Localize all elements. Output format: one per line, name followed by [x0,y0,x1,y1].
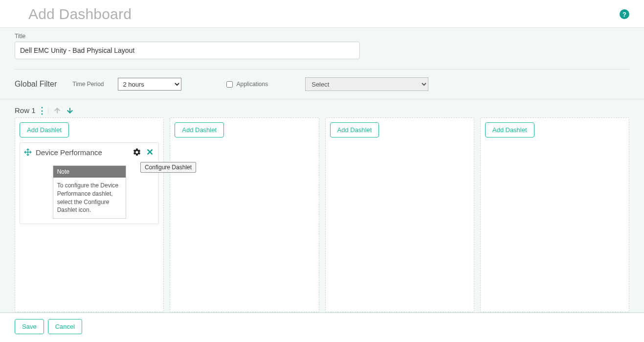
applications-group: Applications [226,81,268,88]
global-filter-label: Global Filter [15,80,57,89]
dashlet-cell-4: Add Dashlet [480,117,629,312]
gear-icon[interactable] [133,148,141,157]
note-heading: Note [53,166,126,178]
dashlet-title: Device Performance [36,148,129,157]
row-menu-icon[interactable]: ⋮ [41,107,48,114]
add-dashlet-button[interactable]: Add Dashlet [20,122,69,137]
time-period-group: Time Period 2 hours [72,78,181,91]
title-input[interactable] [15,42,360,59]
row-label: Row 1 [15,106,36,114]
note-body: To configure the Device Performance dash… [53,178,126,218]
applications-select[interactable]: Select [305,77,428,91]
footer-bar: Save Cancel [0,312,644,340]
configure-dashlet-tooltip: Configure Dashlet [140,162,196,173]
add-dashlet-button[interactable]: Add Dashlet [175,122,224,137]
cancel-button[interactable]: Cancel [48,319,82,334]
time-period-select[interactable]: 2 hours [118,78,181,91]
help-icon[interactable]: ? [620,9,629,19]
time-period-label: Time Period [72,81,104,88]
move-row-up-icon[interactable] [53,107,61,114]
dashlet-cell-3: Add Dashlet [325,117,474,312]
row-header: Row 1 ⋮ [0,99,644,117]
title-label: Title [15,33,629,42]
dashlet-cell-2: Add Dashlet [170,117,319,312]
applications-checkbox[interactable] [226,81,233,88]
add-dashlet-button[interactable]: Add Dashlet [485,122,534,137]
close-icon[interactable]: ✕ [145,147,155,158]
dashlet-header: Device Performance ✕ [20,143,158,161]
dashlet-device-performance: Device Performance ✕ Note To configure t… [20,142,159,224]
applications-label: Applications [237,81,268,88]
applications-select-wrap: Select [305,77,428,91]
move-row-down-icon[interactable] [66,107,74,114]
save-button[interactable]: Save [15,319,44,334]
note-box: Note To configure the Device Performance… [53,165,126,219]
page-title: Add Dashboard [28,6,132,23]
dashlet-cell-1: Add Dashlet Device Performance ✕ Note To… [15,117,164,312]
global-filter-row: Global Filter Time Period 2 hours Applic… [0,69,644,99]
main-area: Title Global Filter Time Period 2 hours … [0,28,644,312]
title-section: Title [0,28,644,62]
cells-row: Add Dashlet Device Performance ✕ Note To… [0,117,644,312]
add-dashlet-button[interactable]: Add Dashlet [330,122,379,137]
move-icon[interactable] [24,148,32,156]
header-bar: Add Dashboard ? [0,0,644,28]
